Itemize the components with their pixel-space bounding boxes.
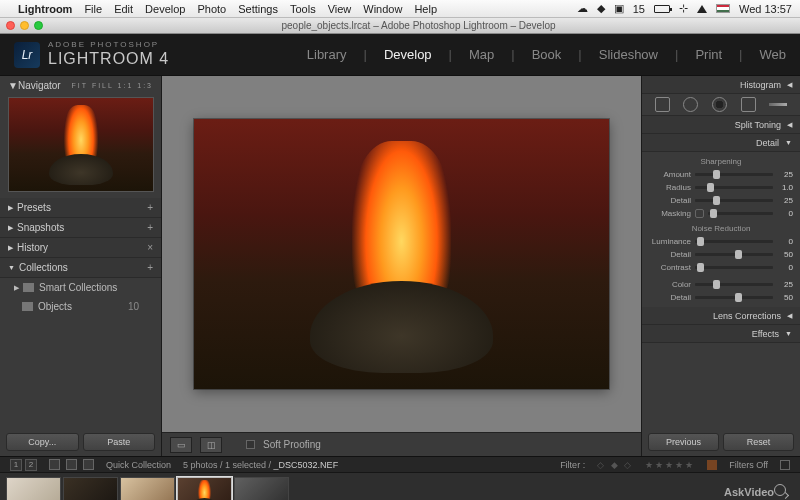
filmstrip[interactable]	[0, 472, 800, 500]
mask-preview-swatch[interactable]	[695, 209, 704, 218]
input-source-icon[interactable]	[716, 4, 730, 13]
flag-filter[interactable]: ◇ ◆ ◇	[597, 460, 633, 470]
menu-tools[interactable]: Tools	[290, 3, 316, 15]
slider-track[interactable]	[695, 253, 773, 256]
slider-noise-luminance[interactable]: Luminance0	[649, 235, 793, 248]
slider-track[interactable]	[695, 240, 773, 243]
slider-track[interactable]	[695, 283, 773, 286]
menu-view[interactable]: View	[328, 3, 352, 15]
bluetooth-icon[interactable]: ⊹	[679, 2, 688, 15]
effects-panel[interactable]: Effects▼	[642, 325, 800, 343]
slider-knob[interactable]	[713, 170, 720, 179]
spot-tool[interactable]	[683, 97, 698, 112]
battery-icon[interactable]	[654, 5, 670, 13]
crop-tool[interactable]	[655, 97, 670, 112]
softproof-checkbox[interactable]	[246, 440, 255, 449]
filmstrip-thumb[interactable]	[6, 477, 61, 501]
dropbox-icon[interactable]: ◆	[597, 2, 605, 15]
module-print[interactable]: Print	[695, 47, 722, 62]
minimize-button[interactable]	[20, 21, 29, 30]
slider-noise-detail[interactable]: Detail50	[649, 248, 793, 261]
gradient-tool[interactable]	[741, 97, 756, 112]
slider-track[interactable]	[695, 296, 773, 299]
slider-knob[interactable]	[713, 280, 720, 289]
collection-objects[interactable]: Objects10	[0, 297, 161, 316]
monitor-1-button[interactable]: 1	[10, 459, 22, 471]
detail-panel-header[interactable]: Detail▼	[642, 134, 800, 152]
add-icon[interactable]: +	[147, 262, 153, 273]
slider-track[interactable]	[695, 199, 773, 202]
before-after-button[interactable]: ◫	[200, 437, 222, 453]
slider-track[interactable]	[695, 186, 773, 189]
source-label[interactable]: Quick Collection	[106, 460, 171, 470]
image-canvas[interactable]	[162, 76, 641, 432]
filters-off[interactable]: Filters Off	[729, 460, 768, 470]
slider-knob[interactable]	[713, 196, 720, 205]
filmstrip-thumb-selected[interactable]	[177, 477, 232, 501]
slider-knob[interactable]	[735, 293, 742, 302]
slider-knob[interactable]	[697, 237, 704, 246]
menu-help[interactable]: Help	[414, 3, 437, 15]
history-panel[interactable]: ▶History×	[0, 238, 161, 258]
app-menu[interactable]: Lightroom	[18, 3, 72, 15]
monitor-2-button[interactable]: 2	[25, 459, 37, 471]
slider-sharp-detail[interactable]: Detail25	[649, 194, 793, 207]
close-icon[interactable]: ×	[147, 242, 153, 253]
rating-filter[interactable]: ★★★★★	[645, 460, 695, 470]
module-library[interactable]: Library	[307, 47, 347, 62]
reset-button[interactable]: Reset	[723, 433, 794, 451]
snapshots-panel[interactable]: ▶Snapshots+	[0, 218, 161, 238]
menu-window[interactable]: Window	[363, 3, 402, 15]
nav-forward-button[interactable]	[83, 459, 94, 470]
collections-panel[interactable]: ▼Collections+	[0, 258, 161, 278]
wifi-icon[interactable]	[697, 5, 707, 13]
filmstrip-thumb[interactable]	[234, 477, 289, 501]
module-web[interactable]: Web	[760, 47, 787, 62]
grid-icon[interactable]	[49, 459, 60, 470]
redeye-tool[interactable]	[712, 97, 727, 112]
add-icon[interactable]: +	[147, 222, 153, 233]
slider-knob[interactable]	[697, 263, 704, 272]
nav-back-button[interactable]	[66, 459, 77, 470]
histogram-panel[interactable]: Histogram◀	[642, 76, 800, 94]
module-map[interactable]: Map	[469, 47, 494, 62]
filmstrip-thumb[interactable]	[63, 477, 118, 501]
slider-track[interactable]	[708, 212, 773, 215]
paste-button[interactable]: Paste	[83, 433, 156, 451]
slider-track[interactable]	[695, 266, 773, 269]
slider-knob[interactable]	[735, 250, 742, 259]
filmstrip-thumb[interactable]	[120, 477, 175, 501]
slider-sharp-masking[interactable]: Masking0	[649, 207, 793, 220]
menu-file[interactable]: File	[84, 3, 102, 15]
lens-corrections-panel[interactable]: Lens Corrections◀	[642, 307, 800, 325]
module-book[interactable]: Book	[532, 47, 562, 62]
slider-noise-color[interactable]: Color25	[649, 278, 793, 291]
module-slideshow[interactable]: Slideshow	[599, 47, 658, 62]
loupe-view-button[interactable]: ▭	[170, 437, 192, 453]
menu-edit[interactable]: Edit	[114, 3, 133, 15]
copy-button[interactable]: Copy...	[6, 433, 79, 451]
slider-noise-detail[interactable]: Detail50	[649, 291, 793, 304]
navigator-preview[interactable]	[8, 97, 154, 192]
brush-tool[interactable]	[769, 103, 787, 106]
slider-knob[interactable]	[710, 209, 717, 218]
menu-settings[interactable]: Settings	[238, 3, 278, 15]
split-toning-panel[interactable]: Split Toning◀	[642, 116, 800, 134]
previous-button[interactable]: Previous	[648, 433, 719, 451]
clock[interactable]: Wed 13:57	[739, 3, 792, 15]
presets-panel[interactable]: ▶Presets+	[0, 198, 161, 218]
zoom-button[interactable]	[34, 21, 43, 30]
add-icon[interactable]: +	[147, 202, 153, 213]
close-button[interactable]	[6, 21, 15, 30]
display-icon[interactable]: ▣	[614, 2, 624, 15]
menu-develop[interactable]: Develop	[145, 3, 185, 15]
collection-smart[interactable]: ▶Smart Collections	[0, 278, 161, 297]
menu-photo[interactable]: Photo	[197, 3, 226, 15]
slider-sharp-radius[interactable]: Radius1.0	[649, 181, 793, 194]
slider-knob[interactable]	[707, 183, 714, 192]
cloud-icon[interactable]: ☁	[577, 2, 588, 15]
slider-track[interactable]	[695, 173, 773, 176]
filter-lock-icon[interactable]	[780, 460, 790, 470]
navigator-zoom-options[interactable]: FIT FILL 1:1 1:3	[72, 82, 153, 89]
slider-sharp-amount[interactable]: Amount25	[649, 168, 793, 181]
